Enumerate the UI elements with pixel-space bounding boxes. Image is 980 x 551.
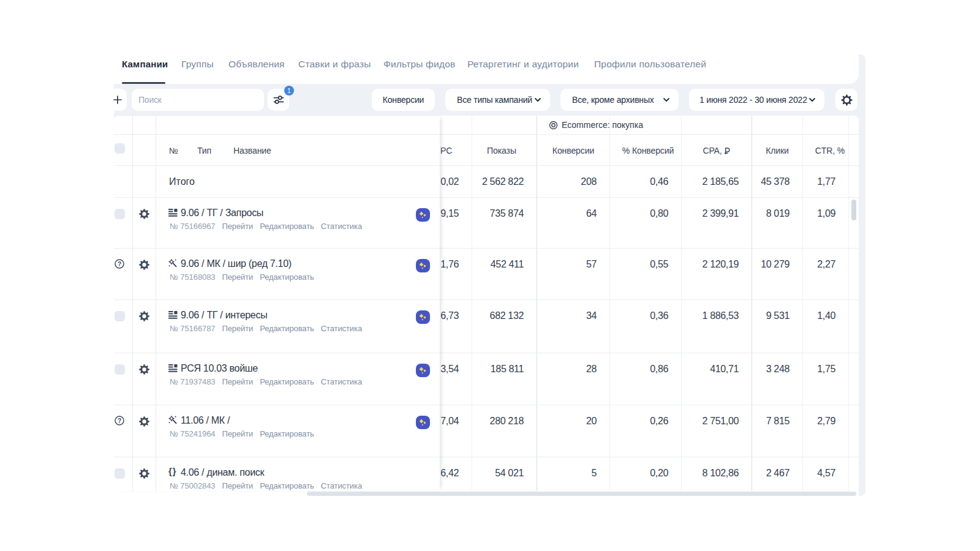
svg-text:?: ? bbox=[118, 261, 121, 268]
svg-text:?: ? bbox=[118, 418, 121, 424]
